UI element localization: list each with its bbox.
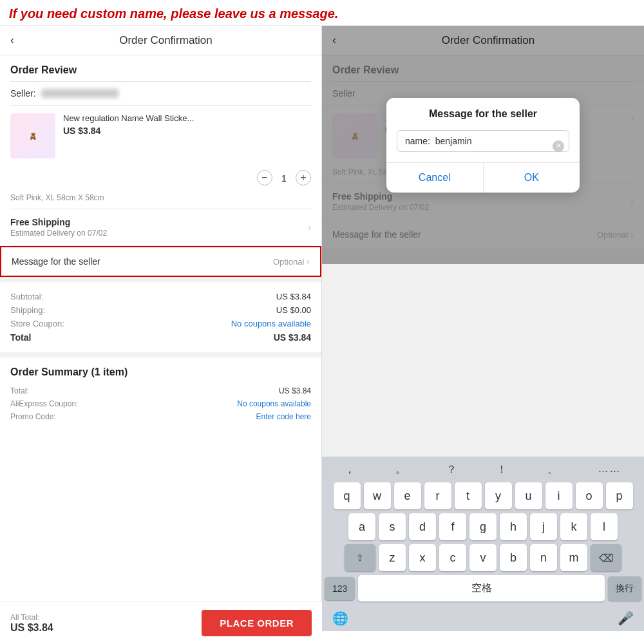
left-summary-total-row: Total: US $3.84 [10,384,311,397]
left-shipping-subtitle: Estimated Delivery on 07/02 [10,229,308,238]
left-nav-title: Order Confirmation [21,34,311,47]
left-promo-label: Promo Code: [10,412,56,421]
dialog-cancel-button[interactable]: Cancel [386,163,483,193]
keyboard-row-3: ⇧ z x c v b n m ⌫ [322,542,644,573]
thick-divider-1 [0,277,321,282]
left-product-name: New regulation Name Wall Sticke... [63,113,311,123]
left-subtotal-row: Subtotal: US $3.84 [10,290,311,303]
dialog-ok-button[interactable]: OK [484,163,580,193]
key-m[interactable]: m [560,544,587,571]
key-o[interactable]: o [576,482,603,509]
place-order-button[interactable]: PLACE ORDER [202,610,312,631]
left-message-row[interactable]: Message for the seller Optional › [0,246,321,277]
dialog-title: Message for the seller [386,98,580,130]
left-seller-row: Seller: [0,82,321,105]
key-kanji[interactable]: 換行 [608,576,641,601]
key-w[interactable]: w [364,482,391,509]
key-question[interactable]: ？ [442,462,460,478]
key-u[interactable]: u [515,482,542,509]
key-f[interactable]: f [439,513,466,540]
left-shipping-row[interactable]: Free Shipping Estimated Delivery on 07/0… [0,209,321,245]
right-content: ‹ Order Confirmation Order Review Seller… [322,26,644,631]
thick-divider-2 [0,352,321,357]
left-coupon-value: No coupons available [231,319,311,328]
key-y[interactable]: y [485,482,512,509]
left-subtotal-value: US $3.84 [276,292,311,301]
key-delete[interactable]: ⌫ [591,544,621,571]
left-coupon-label: Store Coupon: [10,319,64,328]
left-shipping-info: Free Shipping Estimated Delivery on 07/0… [10,217,308,238]
dialog-input-row: ✕ [386,130,580,162]
key-i[interactable]: i [545,482,573,509]
key-shift[interactable]: ⇧ [345,544,375,571]
key-p[interactable]: p [606,482,633,509]
left-order-summary: Order Summary (1 item) Total: US $3.84 A… [0,357,321,432]
key-g[interactable]: g [469,513,497,540]
left-product-row: 🧸 New regulation Name Wall Sticke... US … [0,106,321,166]
dialog-buttons: Cancel OK [386,162,580,193]
left-total-row: Total US $3.84 [10,330,311,345]
key-comma[interactable]: ， [341,462,359,478]
keyboard-special-row: ， 。 ？ ！ 、 …… [322,457,644,480]
key-n[interactable]: n [530,544,557,571]
key-pause[interactable]: 、 [544,462,562,478]
key-c[interactable]: c [439,544,466,571]
left-product-image: 🧸 [10,113,55,158]
key-b[interactable]: b [500,544,527,571]
left-qty-plus[interactable]: + [296,170,311,185]
left-product-info: New regulation Name Wall Sticke... US $3… [63,113,311,136]
left-shipping-chevron: › [308,222,311,232]
dialog-input-field[interactable] [397,130,569,152]
left-message-chevron: › [307,256,310,267]
key-a[interactable]: a [348,513,375,540]
key-123[interactable]: 123 [325,577,355,600]
top-banner: If you need custom name, please leave us… [0,0,644,26]
key-exclaim[interactable]: ！ [493,462,511,478]
left-message-label: Message for the seller [12,256,273,267]
left-promo-value[interactable]: Enter code here [256,412,311,421]
key-r[interactable]: r [424,482,451,509]
banner-text: If you need custom name, please leave us… [9,6,635,21]
left-all-total-amount: US $3.84 [10,622,53,632]
key-j[interactable]: j [530,513,557,540]
key-t[interactable]: t [455,482,482,509]
left-ali-coupon-row: AliExpress Coupon: No coupons available [10,397,311,410]
dialog-clear-button[interactable]: ✕ [553,140,564,152]
left-order-review-heading: Order Review [0,55,321,81]
left-optional-text: Optional [273,257,304,267]
key-q[interactable]: q [334,482,361,509]
left-ali-coupon-label: AliExpress Coupon: [10,399,78,408]
left-shipping-price-value: US $0.00 [276,305,311,315]
left-qty-minus[interactable]: − [257,170,272,185]
key-space[interactable]: 空格 [358,575,605,601]
keyboard-globe-icon[interactable]: 🌐 [332,611,348,626]
key-z[interactable]: z [379,544,406,571]
left-shipping-price-row: Shipping: US $0.00 [10,303,311,317]
left-qty-number: 1 [281,173,287,184]
keyboard: ， 。 ？ ！ 、 …… q w e r t y u i o [322,457,644,631]
left-all-total-label: All Total: [10,613,53,622]
key-e[interactable]: e [394,482,421,509]
key-x[interactable]: x [409,544,436,571]
key-period[interactable]: 。 [392,462,410,478]
left-place-order-bar: All Total: US $3.84 PLACE ORDER [0,601,322,631]
left-seller-label: Seller: [10,88,36,99]
key-s[interactable]: s [379,513,406,540]
left-price-summary: Subtotal: US $3.84 Shipping: US $0.00 St… [0,282,321,352]
key-ellipsis[interactable]: …… [594,462,625,478]
key-l[interactable]: l [591,513,618,540]
key-k[interactable]: k [560,513,587,540]
left-variant-text: Soft Pink, XL 58cm X 58cm [0,192,321,209]
left-total-value: US $3.84 [274,332,311,343]
left-total-label: Total [10,332,31,343]
keyboard-mic-icon[interactable]: 🎤 [618,611,634,626]
left-shipping-title: Free Shipping [10,217,308,227]
left-nav-bar: ‹ Order Confirmation [0,26,321,55]
dialog-overlay: Message for the seller ✕ Cancel OK [322,26,644,264]
key-d[interactable]: d [409,513,436,540]
left-back-button[interactable]: ‹ [10,33,14,47]
key-v[interactable]: v [469,544,497,571]
key-h[interactable]: h [500,513,527,540]
keyboard-icons-row: 🌐 🎤 [322,605,644,631]
left-ali-coupon-value: No coupons available [237,399,311,408]
